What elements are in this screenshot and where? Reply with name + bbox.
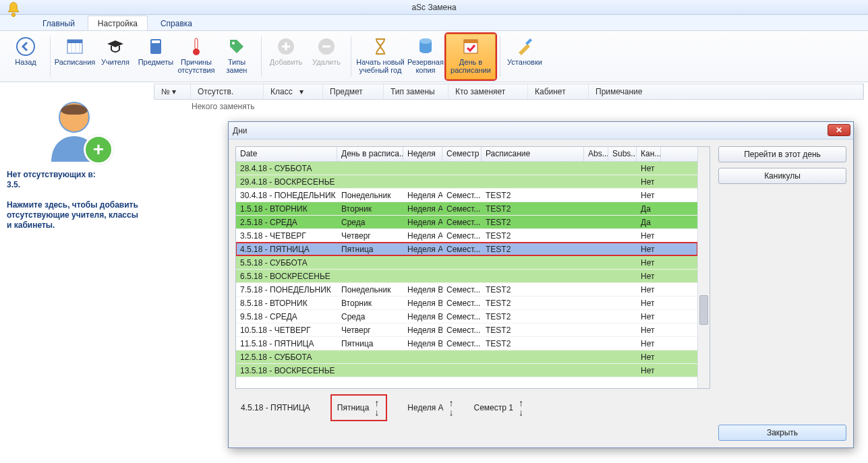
hourglass-icon	[370, 36, 391, 57]
col-subject[interactable]: Предмет	[323, 84, 384, 99]
teachers-button[interactable]: Учителя	[95, 34, 136, 80]
col-absent[interactable]: Отсутств.	[191, 84, 264, 99]
avatar: +	[40, 94, 108, 162]
arrow-down-icon[interactable]: ↓	[449, 408, 454, 417]
dialog-title: Дни	[233, 126, 247, 135]
table-row[interactable]: 30.4.18 - ПОНЕДЕЛЬНИКПонедельникНеделя А…	[236, 189, 697, 202]
svg-point-15	[419, 38, 432, 44]
svg-point-0	[11, 13, 15, 16]
subjects-button[interactable]: Предметы	[136, 34, 176, 80]
backup-button[interactable]: Резервная копия	[405, 34, 446, 80]
main-columns-header: № ▾ Отсутств. Класс ▾ Предмет Тип замены…	[154, 84, 864, 100]
table-row[interactable]: 12.5.18 - СУББОТАНет	[236, 350, 697, 364]
back-arrow-icon	[15, 36, 36, 57]
col-subtype[interactable]: Тип замены	[384, 84, 449, 99]
table-row[interactable]: 10.5.18 - ЧЕТВЕРГЧетвергНеделя ВСемест..…	[236, 323, 697, 337]
back-button[interactable]: Назад	[5, 34, 46, 80]
footer-day-spinner[interactable]: Пятница ↑↓	[330, 394, 388, 421]
table-row[interactable]: 9.5.18 - СРЕДАСредаНеделя ВСемест...TEST…	[236, 310, 697, 323]
arrow-up-icon[interactable]: ↑	[449, 398, 454, 408]
thermometer-icon	[185, 36, 207, 57]
holidays-button[interactable]: Каникулы	[718, 168, 846, 184]
settings-button[interactable]: Установки	[504, 34, 545, 80]
table-row[interactable]: 2.5.18 - СРЕДАСредаНеделя АСемест...TEST…	[236, 216, 697, 229]
svg-point-10	[193, 49, 200, 55]
footer-week-spinner[interactable]: Неделя А ↑↓	[407, 398, 453, 417]
add-button[interactable]: Добавить	[266, 34, 306, 80]
svg-rect-9	[195, 38, 198, 49]
close-icon[interactable]: ✕	[828, 124, 850, 136]
col-note[interactable]: Примечание	[589, 84, 863, 99]
svg-rect-17	[464, 40, 478, 43]
table-row[interactable]: 1.5.18 - ВТОРНИКВторникНеделя АСемест...…	[236, 202, 697, 216]
new-year-button[interactable]: Начать новый учебный год	[355, 34, 405, 80]
arrow-down-icon[interactable]: ↓	[519, 408, 523, 417]
scroll-thumb[interactable]	[699, 295, 708, 325]
goto-day-button[interactable]: Перейти в этот день	[718, 146, 846, 162]
table-row[interactable]: 11.5.18 - ПЯТНИЦАПятницаНеделя ВСемест..…	[236, 337, 697, 350]
tools-icon	[514, 36, 536, 57]
table-row[interactable]: 8.5.18 - ВТОРНИКВторникНеделя ВСемест...…	[236, 297, 697, 310]
scrollbar[interactable]	[697, 147, 710, 388]
sub-types-button[interactable]: Типы замен	[216, 34, 257, 80]
svg-point-1	[17, 38, 34, 55]
book-icon	[145, 36, 167, 57]
absence-reasons-button[interactable]: Причины отсутствия	[176, 34, 216, 80]
arrow-up-icon[interactable]: ↑	[519, 398, 523, 408]
col-abs[interactable]: Abs...	[584, 147, 608, 161]
col-sem[interactable]: Семестр	[442, 147, 482, 161]
col-room[interactable]: Кабинет	[528, 84, 589, 99]
svg-rect-18	[525, 38, 532, 45]
table-row[interactable]: 5.5.18 - СУББОТАНет	[236, 256, 697, 270]
day-in-schedule-button[interactable]: День в расписании	[446, 34, 496, 80]
svg-rect-3	[67, 40, 82, 43]
footer-date: 4.5.18 - ПЯТНИЦА	[241, 403, 310, 412]
table-row[interactable]: 28.4.18 - СУББОТАНет	[236, 162, 697, 175]
table-row[interactable]: 29.4.18 - ВОСКРЕСЕНЬЕНет	[236, 175, 697, 189]
graduation-cap-icon	[105, 36, 126, 57]
no-one-to-substitute: Некого заменять	[154, 100, 255, 113]
footer-sem-spinner[interactable]: Семестр 1 ↑↓	[474, 398, 523, 417]
arrow-up-icon[interactable]: ↑	[374, 398, 379, 408]
col-subs[interactable]: Subs...	[608, 147, 637, 161]
close-button[interactable]: Закрыть	[718, 425, 846, 441]
calendar-check-icon	[460, 36, 482, 57]
arrow-down-icon[interactable]: ↓	[374, 408, 379, 417]
table-row[interactable]: 4.5.18 - ПЯТНИЦАПятницаНеделя АСемест...…	[236, 243, 697, 256]
col-kan[interactable]: Кан...	[637, 147, 661, 161]
delete-button[interactable]: Удалить	[306, 34, 347, 80]
svg-point-11	[232, 42, 235, 44]
col-class[interactable]: Класс ▾	[264, 84, 323, 99]
table-row[interactable]: 3.5.18 - ЧЕТВЕРГЧетвергНеделя АСемест...…	[236, 229, 697, 243]
col-sched[interactable]: Расписание	[482, 147, 584, 161]
col-substitute[interactable]: Кто заменяет	[449, 84, 528, 99]
table-row[interactable]: 13.5.18 - ВОСКРЕСЕНЬЕНет	[236, 364, 697, 377]
app-icon	[4, 1, 23, 20]
plus-icon: +	[84, 135, 113, 164]
plus-circle-icon	[275, 36, 297, 57]
col-day[interactable]: День в расписа...	[337, 147, 403, 161]
ribbon-tabs: Главный Настройка Справка	[0, 15, 868, 31]
col-week[interactable]: Неделя	[403, 147, 442, 161]
dialog-titlebar[interactable]: Дни ✕	[229, 122, 853, 140]
calendar-icon	[64, 36, 86, 57]
days-dialog: Дни ✕ Date День в расписа... Неделя Семе…	[228, 121, 854, 448]
col-no[interactable]: № ▾	[154, 84, 191, 99]
svg-rect-8	[152, 40, 160, 43]
table-row[interactable]: 7.5.18 - ПОНЕДЕЛЬНИКПонедельникНеделя ВС…	[236, 283, 697, 297]
timetables-button[interactable]: Расписания	[55, 34, 95, 80]
dialog-buttons: Перейти в этот день Каникулы Закрыть	[718, 146, 846, 441]
grid-header: Date День в расписа... Неделя Семестр Ра…	[236, 147, 697, 162]
tab-main[interactable]: Главный	[32, 16, 85, 30]
tab-help[interactable]: Справка	[150, 16, 202, 30]
col-date[interactable]: Date	[236, 147, 337, 161]
database-icon	[415, 36, 436, 57]
ribbon: Назад Расписания Учителя Предметы Причин…	[0, 31, 868, 82]
sidebar[interactable]: + Нет отсутствующих в: 3.5. Нажмите здес…	[7, 94, 142, 230]
tag-icon	[226, 36, 248, 57]
titlebar: aSc Замена	[0, 0, 868, 15]
minus-circle-icon	[316, 36, 337, 57]
window-title: aSc Замена	[411, 3, 456, 12]
tab-settings[interactable]: Настройка	[88, 16, 148, 30]
table-row[interactable]: 6.5.18 - ВОСКРЕСЕНЬЕНет	[236, 270, 697, 283]
